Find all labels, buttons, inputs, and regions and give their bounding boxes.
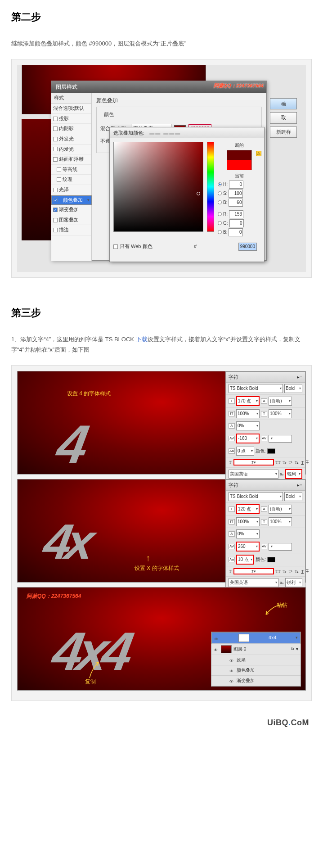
fx-badge[interactable]: fx [291, 646, 294, 652]
eye-icon[interactable] [214, 646, 219, 652]
radio-r-icon[interactable] [218, 212, 222, 216]
radio-h-icon[interactable] [218, 182, 222, 186]
radio-s-icon[interactable] [218, 191, 222, 195]
hscale-input[interactable]: 100% [269, 409, 292, 418]
bold-icon[interactable]: T [229, 568, 232, 574]
new-current-swatch[interactable] [227, 150, 252, 170]
strike-icon[interactable]: T̶ [305, 568, 309, 574]
checkbox-icon[interactable] [53, 157, 58, 162]
checkbox-checked-icon[interactable] [54, 198, 58, 202]
italic-icon[interactable]: T [233, 459, 274, 466]
superscript-icon[interactable]: T¹ [288, 568, 293, 574]
cancel-button[interactable]: 取 [270, 112, 297, 124]
style-dropshadow[interactable]: 投影 [51, 114, 91, 124]
style-contour[interactable]: 等高线 [51, 165, 91, 175]
allcaps-icon[interactable]: TT [275, 568, 281, 574]
checkbox-icon[interactable] [53, 218, 58, 222]
leading-select[interactable]: (自动) [269, 397, 292, 406]
checkbox-icon[interactable] [53, 137, 58, 141]
style-innershadow[interactable]: 内阴影 [51, 124, 91, 134]
layer-row-bg[interactable]: 图层 0fx▾ [211, 644, 301, 655]
italic-icon[interactable]: T [233, 568, 274, 574]
size-select[interactable]: 120 点 [236, 504, 260, 514]
bold-icon[interactable]: T [229, 459, 232, 466]
layer-gradoverlay[interactable]: 渐变叠加 [211, 676, 301, 686]
layer-effects[interactable]: 效果 [211, 655, 301, 665]
tracking-select[interactable]: -160 [236, 434, 260, 443]
radio-b-icon[interactable] [218, 200, 222, 204]
r-input[interactable]: 153 [229, 210, 243, 218]
checkbox-icon[interactable] [53, 228, 58, 232]
vscale-input[interactable]: 100% [236, 409, 260, 418]
layer-row-text[interactable]: T4x4 [211, 632, 301, 644]
allcaps-icon[interactable]: TT [275, 459, 281, 466]
leading-select[interactable]: (自动) [269, 505, 292, 514]
aa-select[interactable]: 锐利 [285, 578, 302, 587]
newstyle-button[interactable]: 新建样 [270, 127, 297, 138]
style-default[interactable]: 混合选项:默认 [51, 104, 91, 114]
b-input[interactable]: 60 [229, 199, 243, 207]
tracking-select[interactable]: 260 [236, 542, 260, 552]
g-input[interactable]: 0 [229, 219, 244, 227]
download-link[interactable]: 下载 [136, 336, 148, 343]
style-satin[interactable]: 光泽 [51, 185, 91, 195]
baseline-select[interactable]: 0% [236, 529, 260, 538]
color-field[interactable] [113, 142, 203, 232]
char-color-swatch[interactable] [267, 557, 275, 562]
style-outerglow[interactable]: 外发光 [51, 134, 91, 145]
checkbox-icon[interactable] [53, 117, 58, 121]
superscript-icon[interactable]: T¹ [288, 459, 293, 466]
subscript-icon[interactable]: T₁ [294, 568, 300, 574]
style-bevel[interactable]: 斜面和浮雕 [51, 154, 91, 165]
weight-select[interactable]: Bold [284, 492, 302, 501]
radio-g-icon[interactable] [218, 221, 222, 225]
kerning-select[interactable] [269, 543, 292, 551]
shift-input[interactable]: 10 点 [236, 555, 254, 565]
h-input[interactable]: 0 [229, 181, 243, 189]
char-color-swatch[interactable] [267, 448, 275, 454]
style-patternoverlay[interactable]: 图案叠加 [51, 215, 91, 226]
checkbox-icon[interactable] [57, 177, 61, 182]
checkbox-icon[interactable] [57, 167, 61, 172]
eye-icon[interactable] [229, 657, 235, 663]
panel-menu-icon[interactable]: ▸≡ [297, 481, 302, 489]
strike-icon[interactable]: T̶ [305, 459, 309, 466]
s-input[interactable]: 100 [229, 190, 243, 198]
lang-select[interactable]: 美国英语 [229, 578, 278, 587]
underline-icon[interactable]: T [301, 459, 304, 466]
hex-input[interactable]: 990000 [238, 243, 257, 251]
style-gradoverlay[interactable]: 渐变叠加 [51, 205, 91, 215]
checkbox-icon[interactable] [53, 127, 58, 131]
vscale-input[interactable]: 100% [236, 517, 260, 526]
smallcaps-icon[interactable]: Tr [283, 459, 287, 466]
font-select[interactable]: TS Block Bold [229, 384, 283, 393]
style-texture[interactable]: 纹理 [51, 175, 91, 185]
smallcaps-icon[interactable]: Tr [283, 568, 287, 574]
checkbox-checked-icon[interactable] [53, 208, 58, 212]
font-select[interactable]: TS Block Bold [229, 492, 283, 501]
size-select[interactable]: 170 点 [236, 396, 260, 406]
shift-input[interactable]: 0 点 [236, 447, 254, 456]
style-stroke[interactable]: 描边 [51, 225, 91, 235]
chevron-down-icon[interactable]: ▾ [296, 646, 298, 653]
subscript-icon[interactable]: T₁ [294, 459, 300, 466]
layer-coloroverlay[interactable]: 颜色叠加 [211, 665, 301, 676]
hscale-input[interactable]: 100% [269, 517, 292, 526]
eye-icon[interactable] [229, 668, 235, 673]
baseline-select[interactable]: 0% [236, 421, 260, 430]
style-innerglow[interactable]: 内发光 [51, 145, 91, 155]
ok-button[interactable]: 确 [270, 98, 297, 110]
gamut-warning-icon[interactable]: ⚠ [256, 151, 261, 156]
bl-input[interactable]: 0 [229, 228, 243, 236]
eye-icon[interactable] [214, 635, 220, 641]
eye-icon[interactable] [229, 678, 235, 683]
radio-bl-icon[interactable] [218, 230, 222, 234]
hue-slider[interactable] [207, 142, 214, 232]
panel-menu-icon[interactable]: ▸≡ [297, 373, 302, 381]
checkbox-icon[interactable] [53, 188, 58, 192]
weight-select[interactable]: Bold [284, 384, 302, 393]
underline-icon[interactable]: T [301, 568, 304, 574]
style-coloroverlay[interactable]: 颜色叠加 [51, 195, 92, 205]
aa-select[interactable]: 锐利 [285, 469, 302, 479]
kerning-select[interactable] [269, 435, 292, 443]
